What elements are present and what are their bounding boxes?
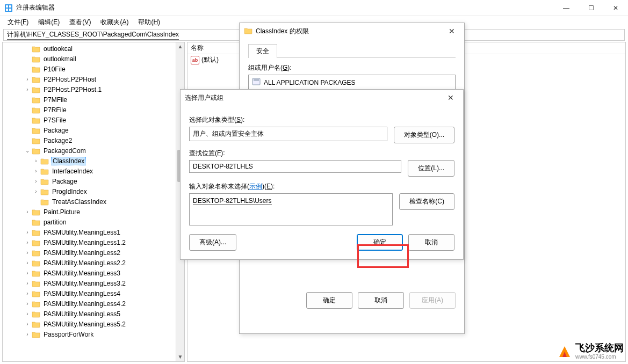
folder-icon (40, 168, 49, 175)
expand-icon[interactable]: › (33, 178, 39, 184)
minimize-button[interactable]: — (554, 0, 579, 16)
tree-item[interactable]: outlookmail (3, 54, 184, 64)
permissions-close-button[interactable]: ✕ (444, 27, 460, 35)
tree-item[interactable]: Package2 (3, 135, 184, 145)
expand-icon[interactable]: › (33, 168, 39, 174)
tree-item-label: ClassIndex (51, 157, 86, 165)
svg-rect-3 (6, 9, 8, 11)
expand-icon[interactable]: › (33, 158, 39, 164)
watermark: 飞沙系统网 www.fs0745.com (557, 343, 624, 360)
tree-item[interactable]: partition (3, 217, 184, 227)
object-types-button[interactable]: 对象类型(O)... (394, 127, 454, 143)
tree-item[interactable]: ›P2PHost.P2PHost.1 (3, 84, 184, 94)
tree-item[interactable]: P7SFile (3, 115, 184, 125)
folder-icon (40, 157, 49, 165)
tree-item[interactable]: P7RFile (3, 105, 184, 115)
expand-icon[interactable]: › (24, 229, 31, 235)
locations-button[interactable]: 位置(L)... (408, 160, 454, 177)
examples-link[interactable]: 示例 (249, 183, 262, 190)
tree-item-label: PASMUtility.MeaningLess2.2 (42, 259, 127, 267)
advanced-button[interactable]: 高级(A)... (189, 234, 236, 251)
tree-item-label: PASMUtility.MeaningLess4.2 (42, 300, 127, 308)
tree-item[interactable]: ›InterfaceIndex (3, 166, 184, 176)
tree-item[interactable]: ›Package (3, 176, 184, 186)
tree-item[interactable]: ›ProgIdIndex (3, 186, 184, 196)
menu-edit[interactable]: 编辑(E) (34, 17, 64, 28)
tree-item-label: P7MFile (42, 96, 68, 104)
tree-item[interactable]: ›PASMUtility.MeaningLess1.2 (3, 237, 184, 247)
expand-icon[interactable]: › (24, 239, 31, 245)
expand-icon[interactable]: › (24, 301, 31, 307)
tree-item[interactable]: P7MFile (3, 94, 184, 105)
expand-icon[interactable]: › (24, 260, 31, 266)
tree-item[interactable]: ›PASMUtility.MeaningLess1 (3, 227, 184, 237)
tree-item-label: P7RFile (42, 106, 68, 114)
group-item-all-packages[interactable]: ALL APPLICATION PACKAGES (264, 79, 356, 86)
menu-help[interactable]: 帮助(H) (134, 17, 164, 28)
menu-file[interactable]: 文件(F) (3, 17, 33, 28)
folder-icon (32, 86, 40, 93)
expand-icon[interactable]: › (24, 311, 31, 317)
expand-icon[interactable]: › (24, 290, 31, 296)
tree-item[interactable]: ›P2PHost.P2PHost (3, 74, 184, 84)
folder-icon (244, 27, 252, 36)
tree-item[interactable]: ›PASMUtility.MeaningLess3.2 (3, 278, 184, 288)
tree-item-label: PASMUtility.MeaningLess2 (42, 249, 121, 257)
expand-icon[interactable]: › (24, 280, 31, 286)
close-button[interactable]: ✕ (603, 0, 628, 16)
permissions-cancel-button[interactable]: 取消 (358, 292, 404, 309)
tab-security[interactable]: 安全 (248, 44, 277, 58)
app-icon (4, 4, 13, 12)
tree-item[interactable]: ›Paint.Picture (3, 207, 184, 217)
permissions-ok-button[interactable]: 确定 (306, 292, 352, 309)
expand-icon[interactable]: › (24, 321, 31, 327)
select-ok-button[interactable]: 确定 (357, 234, 403, 251)
permissions-apply-button[interactable]: 应用(A) (409, 292, 456, 309)
tree-item[interactable]: ›PASMUtility.MeaningLess5.2 (3, 319, 184, 329)
tree-item[interactable]: P10File (3, 64, 184, 74)
maximize-button[interactable]: ☐ (579, 0, 603, 16)
select-cancel-button[interactable]: 取消 (408, 234, 454, 251)
check-names-button[interactable]: 检查名称(C) (399, 193, 454, 210)
expand-icon[interactable]: › (24, 76, 31, 82)
groups-listbox[interactable]: ALL APPLICATION PACKAGES (248, 75, 456, 90)
scroll-up-icon[interactable]: ▲ (176, 42, 184, 51)
tree-item-label: outlookmail (42, 55, 77, 63)
expand-icon[interactable]: › (24, 270, 31, 276)
tree-item[interactable]: TreatAsClassIndex (3, 196, 184, 207)
expand-icon[interactable]: ⌄ (24, 148, 31, 154)
permissions-dialog-title: ClassIndex 的权限 (256, 27, 444, 36)
expand-icon[interactable]: › (33, 188, 39, 194)
tree-item[interactable]: ›PASMUtility.MeaningLess3 (3, 268, 184, 278)
tree-item[interactable]: ›PASMUtility.MeaningLess2.2 (3, 258, 184, 268)
tree-item[interactable]: Package (3, 125, 184, 135)
expand-icon[interactable]: › (24, 209, 31, 215)
svg-rect-4 (9, 9, 11, 11)
folder-icon (32, 96, 40, 104)
tree-item[interactable]: ›PASMUtility.MeaningLess2 (3, 247, 184, 258)
folder-icon (32, 259, 40, 267)
folder-icon (32, 147, 40, 155)
tree-item[interactable]: outlookcal (3, 43, 184, 54)
tree-item[interactable]: ›PASMUtility.MeaningLess5 (3, 309, 184, 319)
tree-item[interactable]: ⌄PackagedCom (3, 145, 184, 156)
menu-view[interactable]: 查看(V) (65, 17, 95, 28)
folder-icon (32, 117, 40, 124)
expand-icon[interactable]: › (24, 331, 31, 337)
select-close-button[interactable]: ✕ (443, 93, 459, 102)
object-names-input[interactable]: DESKTOP-82TLHLS\Users (189, 193, 393, 225)
tree-item-label: PassportForWork (42, 331, 95, 338)
expand-icon[interactable]: › (24, 250, 31, 256)
menu-favorites[interactable]: 收藏夹(A) (96, 17, 133, 28)
folder-icon (32, 229, 40, 236)
tree-item[interactable]: ›PassportForWork (3, 329, 184, 339)
folder-icon (32, 106, 40, 114)
tree-panel[interactable]: outlookcaloutlookmailP10File›P2PHost.P2P… (2, 42, 185, 362)
tree-item[interactable]: ›ClassIndex (3, 156, 184, 166)
expand-icon[interactable]: › (24, 86, 31, 92)
tree-item[interactable]: ›PASMUtility.MeaningLess4.2 (3, 299, 184, 309)
scroll-down-icon[interactable]: ▼ (176, 353, 184, 361)
tree-item[interactable]: ›PASMUtility.MeaningLess4 (3, 288, 184, 299)
select-user-dialog: 选择用户或组 ✕ 选择此对象类型(S): 用户、组或内置安全主体 对象类型(O)… (180, 89, 464, 260)
folder-icon (40, 198, 49, 206)
